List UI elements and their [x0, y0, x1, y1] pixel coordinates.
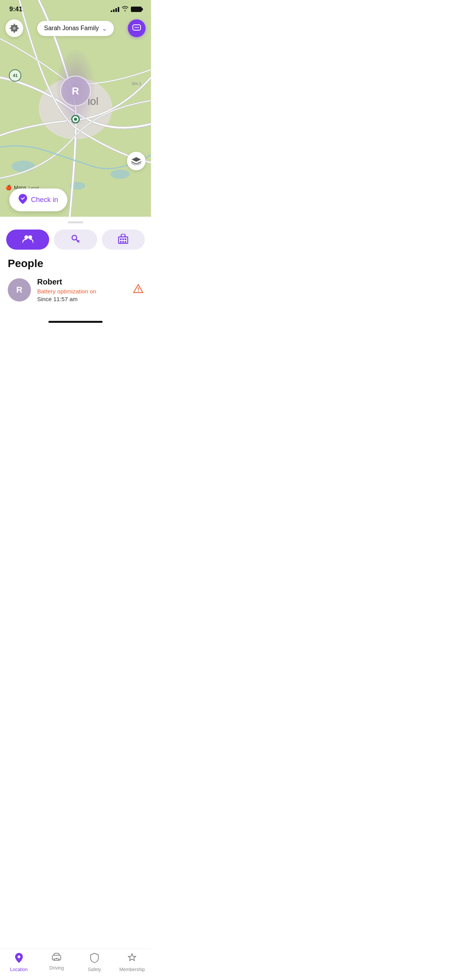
- svg-rect-10: [17, 28, 19, 29]
- tab-places[interactable]: [102, 230, 145, 250]
- signal-bars-icon: [111, 7, 119, 12]
- drag-handle[interactable]: [68, 221, 83, 223]
- family-name: Sarah Jonas Family: [44, 25, 99, 32]
- svg-point-16: [134, 27, 136, 28]
- svg-rect-29: [138, 287, 139, 290]
- tab-keys[interactable]: [54, 230, 97, 250]
- map-area[interactable]: SH-1 R lol 41: [0, 0, 151, 217]
- svg-rect-7: [14, 24, 15, 25]
- status-bar: 9:41: [0, 0, 151, 15]
- bottom-sheet: People R Robert Battery optimization on …: [0, 221, 151, 318]
- svg-point-17: [136, 27, 137, 28]
- svg-text:SH-1: SH-1: [132, 81, 141, 86]
- places-tab-icon: [118, 234, 128, 246]
- person-time: Since 11:57 am: [37, 296, 127, 302]
- keys-tab-icon: [71, 234, 80, 245]
- tab-pills-container: [0, 230, 151, 257]
- battery-icon: [131, 7, 142, 12]
- status-icons: [111, 6, 142, 13]
- person-info: Robert Battery optimization on Since 11:…: [37, 278, 127, 302]
- svg-rect-25: [125, 238, 126, 240]
- tab-people[interactable]: [6, 230, 49, 250]
- svg-point-0: [12, 161, 35, 172]
- svg-rect-24: [122, 238, 124, 240]
- person-status: Battery optimization on: [37, 288, 127, 295]
- apple-icon: 🍎: [5, 185, 12, 190]
- checkin-pin-icon: [19, 194, 27, 206]
- gear-button[interactable]: [5, 19, 23, 37]
- svg-point-19: [24, 235, 28, 239]
- svg-point-20: [28, 235, 32, 239]
- svg-point-6: [13, 27, 16, 30]
- chat-button[interactable]: [128, 19, 146, 37]
- home-indicator: [48, 321, 103, 323]
- map-header: Sarah Jonas Family ⌄: [0, 19, 151, 37]
- person-card[interactable]: R Robert Battery optimization on Since 1…: [0, 278, 151, 310]
- people-tab-icon: [22, 235, 33, 245]
- chevron-down-icon: ⌄: [102, 25, 107, 32]
- svg-rect-26: [120, 241, 122, 243]
- svg-rect-9: [10, 28, 11, 29]
- svg-rect-8: [14, 31, 15, 33]
- map-location-pin: [71, 115, 80, 123]
- svg-rect-28: [125, 241, 126, 243]
- person-name: Robert: [37, 278, 127, 286]
- map-layers-button[interactable]: [127, 152, 146, 170]
- family-selector[interactable]: Sarah Jonas Family ⌄: [37, 21, 114, 36]
- status-time: 9:41: [9, 5, 22, 13]
- section-title: People: [0, 257, 151, 278]
- svg-rect-27: [122, 241, 124, 243]
- svg-point-30: [138, 291, 139, 292]
- svg-rect-23: [120, 238, 122, 240]
- wifi-icon: [122, 6, 129, 13]
- svg-point-1: [110, 170, 130, 179]
- person-avatar: R: [8, 278, 31, 302]
- map-user-avatar[interactable]: R: [60, 75, 91, 106]
- svg-point-18: [137, 27, 139, 28]
- checkin-button[interactable]: Check in: [9, 188, 67, 211]
- warning-icon: [133, 284, 143, 296]
- checkin-label: Check in: [31, 196, 58, 204]
